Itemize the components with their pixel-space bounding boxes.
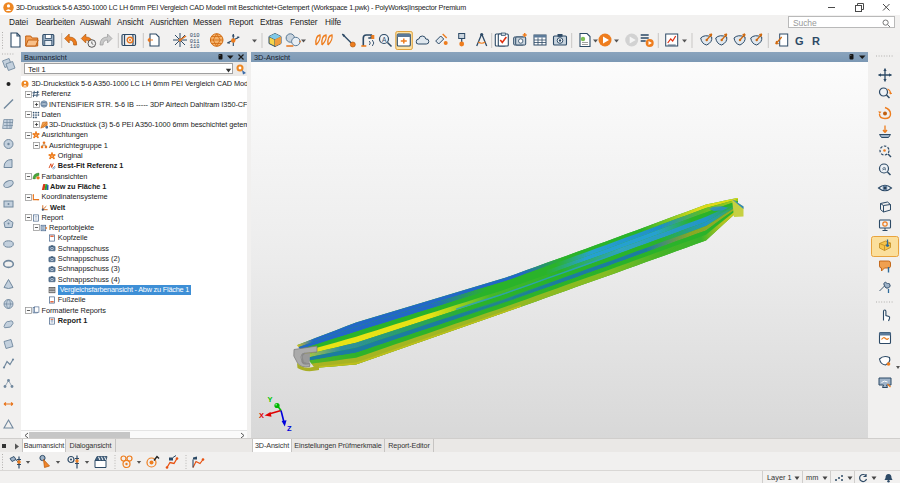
svg-text:110: 110: [190, 43, 200, 50]
svg-text:G: G: [795, 35, 804, 47]
svg-text:X: X: [259, 410, 264, 419]
svg-text:Z: Z: [287, 423, 292, 432]
svg-text:Y: Y: [268, 395, 273, 404]
svg-text:R: R: [812, 35, 820, 47]
svg-text:A: A: [382, 36, 387, 43]
